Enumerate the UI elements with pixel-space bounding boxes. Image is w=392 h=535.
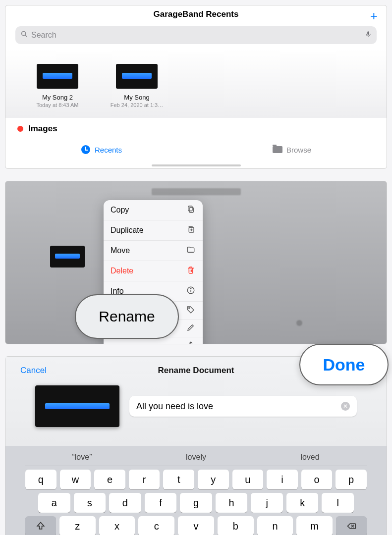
add-button[interactable]: +	[370, 8, 378, 24]
key-n[interactable]: n	[257, 516, 293, 535]
blurred-element	[296, 320, 302, 326]
svg-line-1	[25, 35, 27, 37]
menu-item-duplicate[interactable]: Duplicate	[104, 220, 203, 241]
file-thumbnail	[50, 246, 85, 268]
suggestion[interactable]: lovely	[139, 449, 253, 466]
key-b[interactable]: b	[218, 516, 254, 535]
svg-point-14	[189, 307, 190, 308]
callout-rename: Rename	[75, 294, 179, 339]
suggestion[interactable]: loved	[253, 449, 367, 466]
key-c[interactable]: c	[138, 516, 174, 535]
menu-item-move[interactable]: Move	[104, 241, 203, 261]
home-indicator	[152, 164, 241, 166]
key-w[interactable]: w	[60, 470, 91, 489]
key-m[interactable]: m	[296, 516, 333, 535]
rename-input[interactable]: All you need is love ✕	[129, 396, 357, 417]
rename-input-value: All you need is love	[136, 401, 213, 412]
folder-icon	[186, 245, 196, 256]
menu-item-delete[interactable]: Delete	[104, 261, 203, 281]
search-input[interactable]: Search	[15, 26, 377, 44]
dialog-title: Rename Document	[158, 366, 234, 375]
svg-rect-5	[188, 206, 192, 211]
file-item[interactable]: My Song 2 Today at 8:43 AM	[30, 64, 85, 108]
search-placeholder: Search	[31, 31, 56, 40]
bottom-tab-bar: Recents Browse	[5, 140, 387, 164]
key-d[interactable]: d	[109, 493, 141, 513]
context-menu-panel: Copy Duplicate Move Delete Info	[5, 181, 387, 344]
suggestion[interactable]: “love”	[25, 449, 139, 466]
blurred-title	[152, 188, 241, 195]
key-a[interactable]: a	[38, 493, 70, 513]
tab-browse[interactable]: Browse	[273, 145, 311, 155]
keyboard-suggestions: “love” lovely loved	[25, 449, 367, 466]
svg-point-0	[22, 32, 26, 36]
key-k[interactable]: k	[286, 493, 319, 513]
key-u[interactable]: u	[232, 470, 264, 489]
tag-dot-icon	[17, 126, 23, 132]
key-o[interactable]: o	[301, 470, 333, 489]
key-q[interactable]: q	[25, 470, 56, 489]
file-thumbnail	[116, 64, 158, 89]
key-y[interactable]: y	[198, 470, 229, 489]
info-icon	[186, 286, 196, 297]
key-z[interactable]: z	[59, 516, 96, 535]
key-x[interactable]: x	[99, 516, 135, 535]
tag-icon	[186, 305, 196, 316]
dictate-icon[interactable]	[365, 30, 372, 41]
page-title: GarageBand Recents	[154, 9, 239, 19]
file-date: Today at 8:43 AM	[37, 102, 79, 108]
key-e[interactable]: e	[94, 470, 125, 489]
file-name: My Song	[124, 94, 149, 101]
copy-icon	[186, 205, 196, 215]
keyboard: “love” lovely loved q w e r t y u i o p …	[5, 446, 387, 535]
file-thumbnail	[35, 385, 119, 427]
key-i[interactable]: i	[267, 470, 298, 489]
key-f[interactable]: f	[145, 493, 177, 513]
file-item[interactable]: My Song Feb 24, 2020 at 1:3…	[110, 64, 164, 108]
callout-done: Done	[299, 344, 389, 385]
key-j[interactable]: j	[251, 493, 283, 513]
key-backspace[interactable]	[336, 516, 367, 535]
folder-icon	[273, 145, 282, 155]
share-icon	[186, 341, 196, 345]
section-header: Images	[5, 118, 387, 140]
tab-recents[interactable]: Recents	[81, 145, 122, 155]
key-g[interactable]: g	[180, 493, 212, 513]
key-v[interactable]: v	[178, 516, 214, 535]
rename-dialog-panel: Cancel Rename Document Done All you need…	[5, 356, 387, 535]
file-grid: My Song 2 Today at 8:43 AM My Song Feb 2…	[5, 49, 387, 118]
key-l[interactable]: l	[322, 493, 354, 513]
svg-rect-2	[367, 31, 369, 35]
trash-icon	[186, 266, 196, 276]
pencil-icon	[186, 323, 196, 334]
clear-input-icon[interactable]: ✕	[341, 402, 350, 411]
recents-browser-panel: GarageBand Recents + Search My Song 2 To…	[5, 5, 387, 169]
svg-rect-4	[189, 208, 193, 213]
key-shift[interactable]	[25, 516, 56, 535]
cancel-button[interactable]: Cancel	[20, 366, 47, 375]
key-r[interactable]: r	[129, 470, 160, 489]
duplicate-icon	[186, 225, 196, 236]
svg-point-13	[190, 288, 191, 289]
key-t[interactable]: t	[163, 470, 194, 489]
key-h[interactable]: h	[216, 493, 248, 513]
file-name: My Song 2	[42, 94, 73, 101]
file-date: Feb 24, 2020 at 1:3…	[111, 102, 163, 108]
file-thumbnail	[37, 64, 78, 89]
search-icon	[20, 30, 28, 40]
clock-icon	[81, 145, 91, 155]
menu-item-copy[interactable]: Copy	[104, 200, 203, 220]
key-s[interactable]: s	[74, 493, 106, 513]
key-p[interactable]: p	[336, 470, 367, 489]
